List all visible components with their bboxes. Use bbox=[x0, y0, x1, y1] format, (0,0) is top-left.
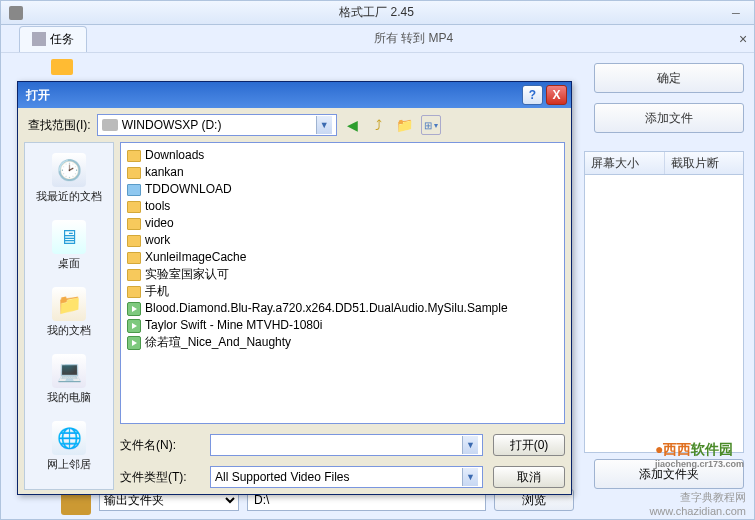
place-network[interactable]: 🌐网上邻居 bbox=[25, 415, 113, 482]
computer-icon: 💻 bbox=[52, 354, 86, 388]
dialog-title: 打开 bbox=[26, 87, 519, 104]
file-list[interactable]: DownloadskankanTDDOWNLOADtoolsvideoworkX… bbox=[120, 142, 565, 424]
file-name: Taylor Swift - Mine MTVHD-1080i bbox=[145, 317, 322, 334]
file-area: DownloadskankanTDDOWNLOADtoolsvideoworkX… bbox=[120, 142, 565, 490]
look-in-label: 查找范围(I): bbox=[28, 117, 91, 134]
folder-icon bbox=[127, 218, 141, 230]
dialog-toolbar: 查找范围(I): WINDOWSXP (D:) ▼ ◀ ⤴ 📁 ⊞ bbox=[18, 108, 571, 142]
folder-icon bbox=[127, 286, 141, 298]
folder-icon bbox=[127, 269, 141, 281]
desktop-icon: 🖥 bbox=[52, 220, 86, 254]
watermark-text: 查字典教程网 www.chazidian.com bbox=[649, 490, 746, 517]
file-item[interactable]: tools bbox=[127, 198, 558, 215]
file-name: kankan bbox=[145, 164, 184, 181]
file-name: 实验室国家认可 bbox=[145, 266, 229, 283]
folder-icon bbox=[127, 184, 141, 196]
place-computer[interactable]: 💻我的电脑 bbox=[25, 348, 113, 415]
main-window: 格式工厂 2.45 ─ 任务 所有 转到 MP4 × 确定 添加文件 屏幕大小 … bbox=[0, 0, 755, 520]
recent-icon: 🕑 bbox=[52, 153, 86, 187]
ok-button[interactable]: 确定 bbox=[594, 63, 744, 93]
chevron-down-icon: ▼ bbox=[462, 468, 478, 486]
filename-label: 文件名(N): bbox=[120, 437, 200, 454]
file-item[interactable]: 实验室国家认可 bbox=[127, 266, 558, 283]
close-sub-button[interactable]: × bbox=[732, 31, 754, 47]
columns-header: 屏幕大小 截取片断 bbox=[584, 151, 744, 175]
chevron-down-icon: ▼ bbox=[462, 436, 478, 454]
drive-icon bbox=[102, 119, 118, 131]
video-icon bbox=[127, 336, 141, 350]
folder-icon bbox=[127, 150, 141, 162]
back-icon[interactable]: ◀ bbox=[343, 115, 363, 135]
col-screensize[interactable]: 屏幕大小 bbox=[585, 152, 665, 174]
add-file-button[interactable]: 添加文件 bbox=[594, 103, 744, 133]
watermark-logo: ●西西软件园 jiaocheng.cr173.com bbox=[655, 441, 744, 469]
dropdown-arrow-icon: ▼ bbox=[316, 116, 332, 134]
views-icon[interactable]: ⊞ bbox=[421, 115, 441, 135]
places-bar: 🕑我最近的文档 🖥桌面 📁我的文档 💻我的电脑 🌐网上邻居 bbox=[24, 142, 114, 490]
file-name: video bbox=[145, 215, 174, 232]
folder-icon bbox=[127, 235, 141, 247]
up-icon[interactable]: ⤴ bbox=[369, 115, 389, 135]
help-button[interactable]: ? bbox=[522, 85, 543, 105]
task-icon bbox=[32, 32, 46, 46]
video-icon bbox=[127, 302, 141, 316]
file-item[interactable]: kankan bbox=[127, 164, 558, 181]
file-name: work bbox=[145, 232, 170, 249]
strip-bg bbox=[51, 55, 584, 79]
folder-icon bbox=[127, 252, 141, 264]
filetype-select[interactable]: All Supported Video Files▼ bbox=[210, 466, 483, 488]
main-sub-bar: 任务 所有 转到 MP4 × bbox=[1, 25, 754, 53]
open-button[interactable]: 打开(0) bbox=[493, 434, 565, 456]
place-docs[interactable]: 📁我的文档 bbox=[25, 281, 113, 348]
task-tab[interactable]: 任务 bbox=[19, 26, 87, 52]
look-in-value: WINDOWSXP (D:) bbox=[122, 118, 222, 132]
file-name: TDDOWNLOAD bbox=[145, 181, 232, 198]
file-name: 手机 bbox=[145, 283, 169, 300]
close-button[interactable]: X bbox=[546, 85, 567, 105]
file-item[interactable]: Blood.Diamond.Blu-Ray.a720.x264.DD51.Dua… bbox=[127, 300, 558, 317]
file-name: 徐若瑄_Nice_And_Naughty bbox=[145, 334, 291, 351]
file-item[interactable]: Downloads bbox=[127, 147, 558, 164]
cancel-button[interactable]: 取消 bbox=[493, 466, 565, 488]
file-list-bg bbox=[584, 175, 744, 453]
filetype-label: 文件类型(T): bbox=[120, 469, 200, 486]
minimize-button[interactable]: ─ bbox=[726, 5, 746, 21]
docs-icon: 📁 bbox=[52, 287, 86, 321]
folder-icon bbox=[127, 201, 141, 213]
look-in-select[interactable]: WINDOWSXP (D:) ▼ bbox=[97, 114, 337, 136]
conversion-title: 所有 转到 MP4 bbox=[95, 30, 732, 47]
app-icon bbox=[9, 6, 23, 20]
dialog-titlebar: 打开 ? X bbox=[18, 82, 571, 108]
col-clip[interactable]: 截取片断 bbox=[665, 152, 744, 174]
file-name: Downloads bbox=[145, 147, 204, 164]
main-title: 格式工厂 2.45 bbox=[29, 4, 724, 21]
file-name: Blood.Diamond.Blu-Ray.a720.x264.DD51.Dua… bbox=[145, 300, 508, 317]
open-dialog: 打开 ? X 查找范围(I): WINDOWSXP (D:) ▼ ◀ ⤴ 📁 ⊞… bbox=[17, 81, 572, 495]
file-item[interactable]: video bbox=[127, 215, 558, 232]
dialog-body: 🕑我最近的文档 🖥桌面 📁我的文档 💻我的电脑 🌐网上邻居 Downloadsk… bbox=[18, 142, 571, 494]
place-recent[interactable]: 🕑我最近的文档 bbox=[25, 147, 113, 214]
network-icon: 🌐 bbox=[52, 421, 86, 455]
file-item[interactable]: work bbox=[127, 232, 558, 249]
file-item[interactable]: 手机 bbox=[127, 283, 558, 300]
file-name: tools bbox=[145, 198, 170, 215]
filename-input[interactable]: ▼ bbox=[210, 434, 483, 456]
file-item[interactable]: Taylor Swift - Mine MTVHD-1080i bbox=[127, 317, 558, 334]
main-titlebar: 格式工厂 2.45 ─ bbox=[1, 1, 754, 25]
folder-icon bbox=[127, 167, 141, 179]
mp4-icon bbox=[51, 59, 73, 75]
file-item[interactable]: 徐若瑄_Nice_And_Naughty bbox=[127, 334, 558, 351]
new-folder-icon[interactable]: 📁 bbox=[395, 115, 415, 135]
place-desktop[interactable]: 🖥桌面 bbox=[25, 214, 113, 281]
file-item[interactable]: XunleiImageCache bbox=[127, 249, 558, 266]
right-panel: 确定 添加文件 bbox=[594, 63, 744, 143]
file-item[interactable]: TDDOWNLOAD bbox=[127, 181, 558, 198]
video-icon bbox=[127, 319, 141, 333]
file-name: XunleiImageCache bbox=[145, 249, 246, 266]
file-controls: 文件名(N): ▼ 打开(0) 文件类型(T): All Supported V… bbox=[120, 424, 565, 490]
